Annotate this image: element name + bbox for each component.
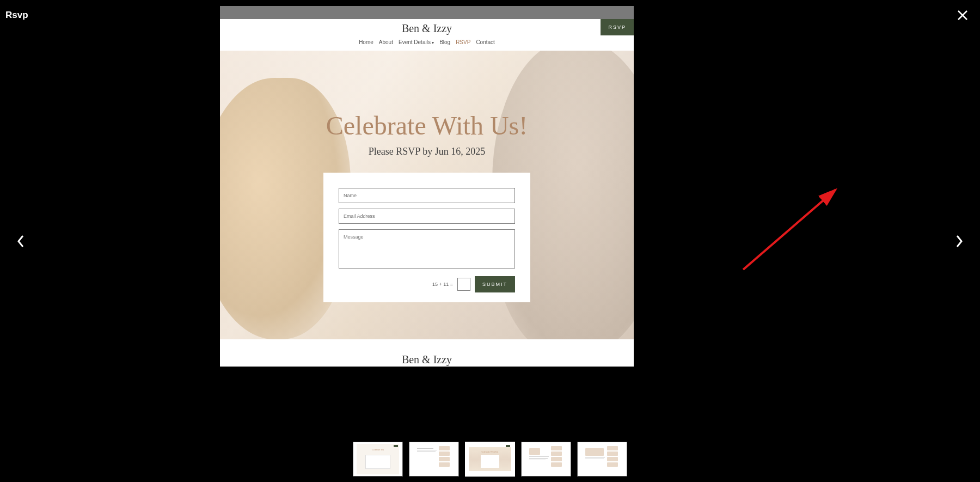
thumbnail-5[interactable] [577,442,627,477]
form-bottom-row: 15 + 11 = SUBMIT [339,276,515,292]
thumbnail-2[interactable] [409,442,459,477]
footer-section: Ben & Izzy Home About Event Details Blog… [220,339,634,367]
chevron-right-icon [955,235,963,248]
name-input[interactable] [339,188,515,203]
email-input[interactable] [339,209,515,224]
captcha-input[interactable] [457,278,470,291]
page-header-bar [220,6,634,19]
main-preview-image: RSVP Ben & Izzy Home About Event Details… [220,6,634,367]
nav-bar: Home About Event Details Blog RSVP Conta… [220,39,634,51]
nav-item-rsvp[interactable]: RSVP [456,39,470,45]
site-title: Ben & Izzy [220,22,634,35]
rsvp-header-button[interactable]: RSVP [601,19,634,35]
lightbox-title: Rsvp [5,10,28,21]
thumbnail-4[interactable] [521,442,571,477]
next-button[interactable] [948,230,970,252]
close-button[interactable] [954,7,971,24]
nav-item-blog[interactable]: Blog [439,39,450,45]
thumbnail-3[interactable]: Celebrate With Us! [465,442,515,477]
hero-title: Celebrate With Us! [326,111,528,141]
message-textarea[interactable] [339,229,515,269]
rsvp-form: 15 + 11 = SUBMIT [323,173,530,302]
captcha-label: 15 + 11 = [432,282,453,287]
svg-line-3 [743,190,836,270]
prev-button[interactable] [10,230,32,252]
nav-item-about[interactable]: About [379,39,393,45]
chevron-left-icon [17,235,24,248]
footer-site-title: Ben & Izzy [220,353,634,366]
nav-item-contact[interactable]: Contact [476,39,494,45]
submit-button[interactable]: SUBMIT [475,276,515,292]
nav-item-event-details[interactable]: Event Details [399,39,434,45]
close-icon [956,9,969,22]
hero-subtitle: Please RSVP by Jun 16, 2025 [369,146,485,157]
thumbnail-strip: Contact Us Celebrate With Us! [353,442,627,477]
hero-section: Celebrate With Us! Please RSVP by Jun 16… [220,51,634,339]
annotation-arrow [738,180,847,275]
nav-item-home[interactable]: Home [359,39,373,45]
thumbnail-1[interactable]: Contact Us [353,442,403,477]
